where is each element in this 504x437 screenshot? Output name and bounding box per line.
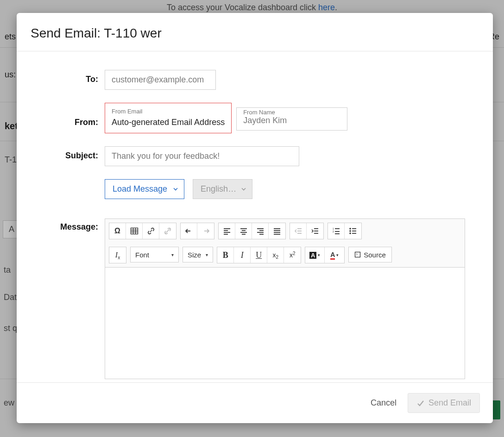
language-label: English… bbox=[201, 184, 236, 194]
bold-icon[interactable]: B bbox=[217, 247, 234, 263]
svg-point-34 bbox=[350, 231, 351, 232]
modal-body: To: customer@example.com From: From Emai… bbox=[17, 51, 493, 382]
remove-format-icon[interactable]: Ix bbox=[109, 247, 126, 263]
editor-body[interactable] bbox=[105, 268, 465, 379]
align-left-icon[interactable] bbox=[219, 223, 235, 239]
link-icon[interactable] bbox=[143, 223, 159, 239]
modal-header: Send Email: T-110 wer bbox=[17, 13, 493, 51]
from-email-value: Auto-generated Email Address bbox=[112, 118, 225, 127]
font-select-label: Font bbox=[135, 251, 149, 259]
check-icon bbox=[416, 399, 425, 407]
align-justify-icon[interactable] bbox=[269, 223, 285, 239]
caret-down-icon: ▾ bbox=[206, 252, 208, 257]
font-select[interactable]: Font ▾ bbox=[130, 247, 179, 262]
send-email-label: Send Email bbox=[428, 398, 471, 408]
chevron-down-icon bbox=[173, 184, 178, 194]
from-name-label: From Name bbox=[243, 109, 340, 116]
label-message: Message: bbox=[44, 212, 105, 232]
modal-footer: Cancel Send Email bbox=[17, 382, 493, 423]
redo-icon[interactable] bbox=[197, 223, 214, 239]
editor-toolbar: Ω bbox=[105, 219, 465, 268]
send-email-modal: Send Email: T-110 wer To: customer@examp… bbox=[17, 13, 493, 423]
svg-rect-39 bbox=[355, 252, 360, 257]
label-to: To: bbox=[44, 70, 105, 84]
caret-down-icon: ▾ bbox=[171, 252, 174, 257]
chevron-down-icon bbox=[241, 184, 246, 194]
cancel-button[interactable]: Cancel bbox=[368, 393, 399, 412]
load-message-dropdown[interactable]: Load Message bbox=[105, 179, 184, 199]
superscript-icon[interactable]: x2 bbox=[284, 247, 301, 263]
outdent-icon[interactable] bbox=[290, 223, 307, 239]
text-color-icon[interactable]: A▾ bbox=[325, 247, 344, 263]
from-email-label: From Email bbox=[112, 108, 225, 115]
italic-icon[interactable]: I bbox=[234, 247, 251, 263]
special-char-icon[interactable]: Ω bbox=[109, 223, 126, 239]
from-name-value: Jayden Kim bbox=[243, 116, 340, 125]
align-right-icon[interactable] bbox=[252, 223, 269, 239]
label-subject: Subject: bbox=[44, 146, 105, 161]
send-email-button[interactable]: Send Email bbox=[408, 393, 480, 413]
label-from: From: bbox=[44, 103, 105, 127]
svg-rect-0 bbox=[131, 228, 138, 234]
from-email-field[interactable]: From Email Auto-generated Email Address bbox=[105, 103, 232, 133]
subject-field[interactable]: Thank you for your feedback! bbox=[105, 146, 299, 166]
underline-icon[interactable]: U bbox=[251, 247, 267, 263]
size-select[interactable]: Size ▾ bbox=[183, 247, 213, 262]
subscript-icon[interactable]: x2 bbox=[267, 247, 284, 263]
svg-point-33 bbox=[350, 228, 351, 230]
modal-title: Send Email: T-110 wer bbox=[31, 26, 479, 41]
source-label: Source bbox=[364, 251, 386, 259]
load-message-label: Load Message bbox=[113, 184, 167, 194]
align-center-icon[interactable] bbox=[235, 223, 252, 239]
background-color-icon[interactable]: A▾ bbox=[305, 247, 325, 263]
svg-text:2: 2 bbox=[333, 230, 334, 233]
rich-text-editor: Ω bbox=[105, 218, 465, 379]
undo-icon[interactable] bbox=[181, 223, 197, 239]
indent-icon[interactable] bbox=[307, 223, 323, 239]
to-field[interactable]: customer@example.com bbox=[105, 70, 216, 90]
size-select-label: Size bbox=[188, 251, 201, 259]
from-name-field[interactable]: From Name Jayden Kim bbox=[236, 107, 347, 131]
svg-point-35 bbox=[350, 233, 351, 234]
ordered-list-icon[interactable]: 12 bbox=[328, 223, 345, 239]
language-dropdown[interactable]: English… bbox=[193, 179, 252, 199]
unordered-list-icon[interactable] bbox=[345, 223, 361, 239]
table-icon[interactable] bbox=[126, 223, 143, 239]
unlink-icon[interactable] bbox=[159, 223, 176, 239]
source-button[interactable]: Source bbox=[348, 247, 392, 262]
